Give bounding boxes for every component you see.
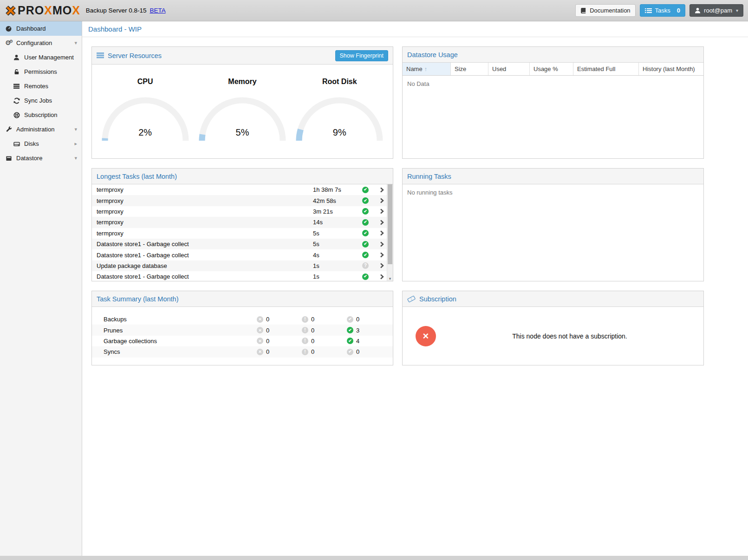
scrollbar[interactable]: ▾ (387, 184, 393, 281)
top-bar: PROXMOX Backup Server 0.8-15 BETA Docume… (0, 0, 748, 21)
summary-row-syncs[interactable]: Syncs 0 0 0 (92, 346, 393, 357)
column-header-name[interactable]: Name↑ (403, 63, 451, 75)
server-stack-icon (97, 52, 104, 59)
cpu-gauge-value: 2% (102, 127, 189, 138)
proxmox-x-icon (5, 5, 17, 17)
running-tasks-panel: Running Tasks No running tasks (402, 168, 704, 281)
sidebar-item-subscription[interactable]: Subscription (0, 108, 82, 122)
task-row[interactable]: Datastore store1 - Garbage collect 5s (92, 239, 393, 249)
status-ok-icon (362, 208, 369, 215)
unlock-icon (13, 69, 20, 75)
running-tasks-header: Running Tasks (403, 169, 703, 184)
status-ok-icon (362, 230, 369, 236)
root-disk-gauge: Root Disk 9% (294, 78, 385, 142)
warning-count-icon (302, 316, 308, 323)
ok-count-icon (347, 316, 353, 323)
summary-row-backups[interactable]: Backups 0 0 0 (92, 314, 393, 325)
tasks-button[interactable]: Tasks 0 (640, 4, 685, 17)
datastore-usage-header: Datastore Usage (403, 47, 703, 63)
summary-row-prunes[interactable]: Prunes 0 0 3 (92, 325, 393, 335)
column-header-used[interactable]: Used (488, 63, 530, 75)
top-bar-actions: Documentation Tasks 0 root@pam ▾ (575, 4, 743, 17)
task-row[interactable]: termproxy 1h 38m 7s (92, 184, 393, 195)
sort-ascending-icon: ↑ (424, 66, 427, 72)
warning-count-icon (302, 338, 308, 344)
scrollbar-thumb[interactable] (388, 184, 392, 264)
summary-row-garbage-collections[interactable]: Garbage collections 0 0 4 (92, 336, 393, 346)
collapse-arrow-icon[interactable]: ▾ (74, 155, 77, 161)
task-row[interactable]: Datastore store1 - Garbage collect 1s (92, 271, 393, 281)
datastore-icon (5, 155, 13, 162)
status-ok-icon (362, 252, 369, 258)
task-row[interactable]: termproxy 14s (92, 217, 393, 228)
task-summary-panel: Task Summary (last Month) Backups 0 0 0 … (91, 291, 393, 365)
datastore-usage-column-headers: Name↑ Size Used Usage % Estimated Full H… (403, 63, 703, 76)
sidebar: Dashboard ⚙⚙ Configuration ▾ User Manage… (0, 21, 82, 556)
show-fingerprint-button[interactable]: Show Fingerprint (335, 50, 389, 61)
user-menu-button[interactable]: root@pam ▾ (689, 4, 743, 17)
gears-icon: ⚙⚙ (5, 39, 13, 46)
documentation-button[interactable]: Documentation (575, 4, 635, 17)
sidebar-item-user-management[interactable]: User Management (0, 50, 82, 65)
no-running-tasks-message: No running tasks (403, 184, 703, 201)
collapse-arrow-icon[interactable]: ▾ (74, 40, 77, 46)
status-ok-icon (362, 197, 369, 204)
server-resources-panel: Server Resources Show Fingerprint CPU (91, 46, 393, 159)
memory-gauge: Memory 5% (197, 78, 288, 142)
dashboard-panels: Server Resources Show Fingerprint CPU (82, 37, 748, 375)
proxmox-backup-app: PROXMOX Backup Server 0.8-15 BETA Docume… (0, 0, 748, 560)
gauge-row: CPU 2% Memory (92, 65, 393, 142)
scrollbar-down-arrow[interactable]: ▾ (387, 276, 393, 281)
status-ok-icon (362, 273, 369, 280)
sidebar-item-remotes[interactable]: Remotes (0, 79, 82, 93)
beta-link[interactable]: BETA (150, 7, 165, 14)
task-row[interactable]: termproxy 5s (92, 228, 393, 239)
subscription-panel: Subscription × This node does not have a… (402, 291, 704, 365)
ok-count-icon (347, 327, 353, 333)
task-row[interactable]: Datastore store1 - Garbage collect 4s (92, 249, 393, 260)
expand-arrow-icon[interactable]: ▸ (74, 141, 77, 147)
user-icon (13, 54, 20, 60)
user-icon (695, 7, 701, 13)
column-header-usage-pct[interactable]: Usage % (530, 63, 573, 75)
proxmox-logo: PROXMOX (5, 4, 80, 17)
page-title: Dashboard - WIP (82, 21, 748, 37)
warning-count-icon (302, 327, 308, 333)
task-row[interactable]: Update package database 1s (92, 260, 393, 271)
sidebar-item-sync-jobs[interactable]: Sync Jobs (0, 93, 82, 108)
task-row[interactable]: termproxy 3m 21s (92, 206, 393, 217)
list-icon (13, 83, 20, 89)
chevron-down-icon: ▾ (736, 8, 738, 13)
task-list-icon (645, 8, 652, 13)
status-ok-icon (362, 241, 369, 247)
subscription-body: × This node does not have a subscription… (403, 307, 703, 365)
sidebar-item-permissions[interactable]: Permissions (0, 65, 82, 79)
status-unknown-icon (362, 262, 369, 269)
server-resources-header: Server Resources Show Fingerprint (92, 47, 393, 65)
warning-count-icon (302, 349, 308, 355)
book-icon (580, 7, 586, 14)
task-row[interactable]: termproxy 42m 58s (92, 195, 393, 206)
column-header-history[interactable]: History (last Month) (639, 63, 703, 75)
error-count-icon (257, 349, 263, 355)
ok-count-icon (347, 338, 353, 344)
longest-tasks-panel: Longest Tasks (last Month) termproxy 1h … (91, 168, 393, 281)
sidebar-item-dashboard[interactable]: Dashboard (0, 21, 82, 36)
sidebar-item-administration[interactable]: Administration ▾ (0, 122, 82, 137)
life-ring-icon (13, 112, 20, 118)
subscription-message: This node does not have a subscription. (436, 332, 703, 340)
column-header-estimated-full[interactable]: Estimated Full (573, 63, 639, 75)
root-disk-gauge-value: 9% (296, 127, 383, 138)
sidebar-item-datastore[interactable]: Datastore ▾ (0, 151, 82, 165)
sidebar-item-disks[interactable]: Disks ▸ (0, 137, 82, 151)
hdd-icon (13, 141, 20, 147)
status-ok-icon (362, 219, 369, 226)
sidebar-item-configuration[interactable]: ⚙⚙ Configuration ▾ (0, 36, 82, 50)
column-header-size[interactable]: Size (451, 63, 488, 75)
error-count-icon (257, 338, 263, 344)
collapse-arrow-icon[interactable]: ▾ (74, 126, 77, 132)
main-layout: Dashboard ⚙⚙ Configuration ▾ User Manage… (0, 21, 748, 556)
longest-tasks-header: Longest Tasks (last Month) (92, 169, 393, 184)
datastore-usage-panel: Datastore Usage Name↑ Size Used Usage % … (402, 46, 704, 159)
subscription-header: Subscription (403, 291, 703, 307)
